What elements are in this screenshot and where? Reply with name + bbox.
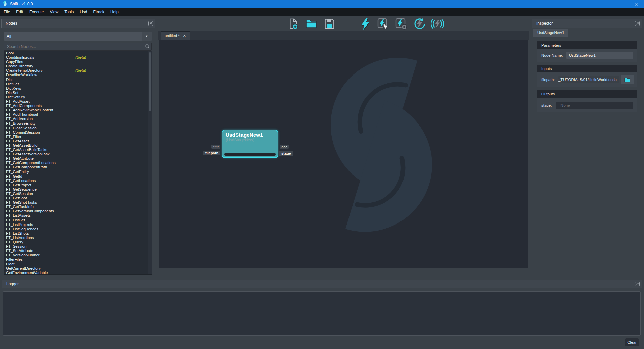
list-item[interactable]: CopyFiles (4, 60, 151, 64)
new-graph-icon[interactable] (287, 17, 300, 31)
list-item[interactable]: FT_GetComponentLocations (4, 161, 151, 165)
title-bar: Shift - v1.0.0 (0, 0, 644, 8)
list-item[interactable]: FT_Session (4, 244, 151, 249)
execute-icon[interactable] (359, 17, 371, 31)
list-item[interactable]: FT_GetAttribute (4, 156, 151, 161)
clear-logger-button[interactable]: Clear (625, 338, 639, 346)
list-item[interactable]: FT_GetId (4, 174, 151, 179)
search-input[interactable] (4, 43, 152, 51)
list-item[interactable]: ConditionEquals(Beta) (4, 55, 151, 60)
list-item[interactable]: DictSet (4, 91, 151, 95)
list-item[interactable]: GetEnvironmentVariable (4, 271, 151, 275)
list-item[interactable]: FT_GetVersionComponents (4, 209, 151, 213)
menu-item-edit[interactable]: Edit (13, 8, 26, 16)
list-item[interactable]: FT_ListAssets (4, 213, 151, 218)
save-graph-icon[interactable] (323, 17, 336, 31)
node-graph-canvas[interactable]: UsdStageNew1 (UsdStageNew) >>> filepath … (159, 40, 528, 268)
menu-item-file[interactable]: File (1, 8, 13, 16)
list-item[interactable]: FilterFiles (4, 257, 151, 262)
list-item[interactable]: FT_AddComponents (4, 104, 151, 108)
list-item[interactable]: FT_GetShot (4, 196, 151, 200)
list-item[interactable]: FT_GetComponentPath (4, 165, 151, 169)
list-item[interactable]: Float (4, 262, 151, 266)
output-port-label[interactable]: stage (279, 151, 293, 156)
output-port-connector[interactable]: >>> (280, 145, 289, 149)
menu-item-execute[interactable]: Execute (26, 8, 47, 16)
list-item[interactable]: FT_GetProject (4, 183, 151, 187)
execute-from-node-icon[interactable] (395, 17, 408, 31)
list-item-name: DictKeys (6, 86, 21, 90)
list-item[interactable]: FT_GetTaskInfo (4, 205, 151, 209)
logger-output[interactable] (3, 291, 641, 336)
list-item[interactable]: FT_GetAsset (4, 139, 151, 143)
input-port-connector[interactable]: >>> (211, 145, 220, 149)
menu-item-help[interactable]: Help (107, 8, 122, 16)
list-item[interactable]: FT_AddReviewableContent (4, 108, 151, 112)
menu-item-usd[interactable]: Usd (77, 8, 90, 16)
list-item[interactable]: FT_CloseSession (4, 126, 151, 130)
list-item[interactable]: FT_GetLocations (4, 179, 151, 183)
node-filter-dropdown[interactable]: All ▼ (4, 32, 152, 41)
list-item[interactable]: FT_CommitSession (4, 130, 151, 135)
nodes-panel-title: Nodes (6, 21, 17, 26)
list-item[interactable]: FT_GetAssetBuild (4, 143, 151, 148)
nodes-popout-icon[interactable] (148, 21, 153, 26)
menu-item-view[interactable]: View (47, 8, 61, 16)
list-item[interactable]: Dict (4, 78, 151, 82)
list-item[interactable]: FT_GetShotTasks (4, 200, 151, 205)
live-execute-icon[interactable] (431, 17, 444, 31)
list-item[interactable]: FT_AddThumbnail (4, 112, 151, 117)
list-item[interactable]: DeadlineWorkflow (4, 73, 151, 77)
filepath-label: filepath: (541, 78, 558, 82)
list-item-name: CreateTempDirectory (6, 68, 43, 72)
node-list-scrollbar[interactable] (148, 51, 152, 274)
list-item[interactable]: FT_Query (4, 240, 151, 244)
list-item[interactable]: FT_GetEntity (4, 170, 151, 174)
list-item[interactable]: DictGet (4, 82, 151, 86)
list-item-name: FT_GetProject (6, 183, 31, 187)
menu-item-tools[interactable]: Tools (61, 8, 77, 16)
minimize-button[interactable] (598, 0, 613, 8)
list-item[interactable]: FT_ListProjects (4, 222, 151, 227)
restore-button[interactable] (613, 0, 629, 8)
input-port-label[interactable]: filepath (203, 151, 220, 155)
logger-popout-icon[interactable] (635, 282, 640, 286)
list-item[interactable]: FT_ListShots (4, 231, 151, 236)
close-button[interactable] (629, 0, 644, 8)
list-item[interactable]: FT_SetAttribute (4, 249, 151, 253)
list-item[interactable]: GetCurrentDirectory (4, 266, 151, 271)
list-item[interactable]: FT_ListSequences (4, 227, 151, 231)
list-item[interactable]: Bool (4, 51, 151, 55)
list-item[interactable]: FT_AddAsset (4, 99, 151, 104)
browse-file-button[interactable] (621, 75, 634, 84)
open-graph-icon[interactable] (305, 17, 318, 31)
node-name-field[interactable]: UsdStageNew1 (566, 52, 633, 59)
list-item[interactable]: FT_GetSequence (4, 187, 151, 192)
list-item[interactable]: FT_ListGet (4, 218, 151, 222)
list-item[interactable]: FT_AddVersion (4, 117, 151, 121)
list-item[interactable]: FT_GetAssetBuildTasks (4, 148, 151, 152)
list-item[interactable]: FT_VersionNumber (4, 253, 151, 257)
inspector-popout-icon[interactable] (635, 21, 640, 26)
node-usdstagenew1[interactable]: UsdStageNew1 (UsdStageNew) (222, 130, 278, 158)
list-item[interactable]: FT_BrowseEntity (4, 121, 151, 126)
graph-tab-untitled[interactable]: untitled * ✕ (161, 31, 190, 40)
list-item[interactable]: FT_GetAssetVersionTask (4, 152, 151, 156)
list-item-name: Float (6, 262, 15, 266)
tab-close-icon[interactable]: ✕ (183, 34, 186, 38)
soft-execute-icon[interactable] (413, 17, 426, 31)
execute-node-icon[interactable] (377, 17, 389, 31)
list-item[interactable]: FT_ListVersions (4, 236, 151, 240)
list-item[interactable]: FT_GetSession (4, 192, 151, 196)
filepath-field[interactable]: D_TUTORIALS/01/HelloWorld.usda (558, 76, 619, 83)
list-item[interactable]: DictSetKey (4, 95, 151, 99)
list-item[interactable]: CreateDirectory (4, 64, 151, 68)
list-item-name: FT_GetAsset (6, 139, 29, 143)
inspector-node-tab[interactable]: UsdStageNew1 (533, 29, 568, 37)
list-item[interactable]: DictKeys (4, 86, 151, 91)
node-name-label: Node Name: (541, 53, 566, 57)
list-item[interactable]: CreateTempDirectory(Beta) (4, 68, 151, 73)
menu-item-ftrack[interactable]: Ftrack (90, 8, 107, 16)
list-item[interactable]: FT_Filter (4, 135, 151, 139)
scrollbar-thumb[interactable] (149, 52, 151, 111)
